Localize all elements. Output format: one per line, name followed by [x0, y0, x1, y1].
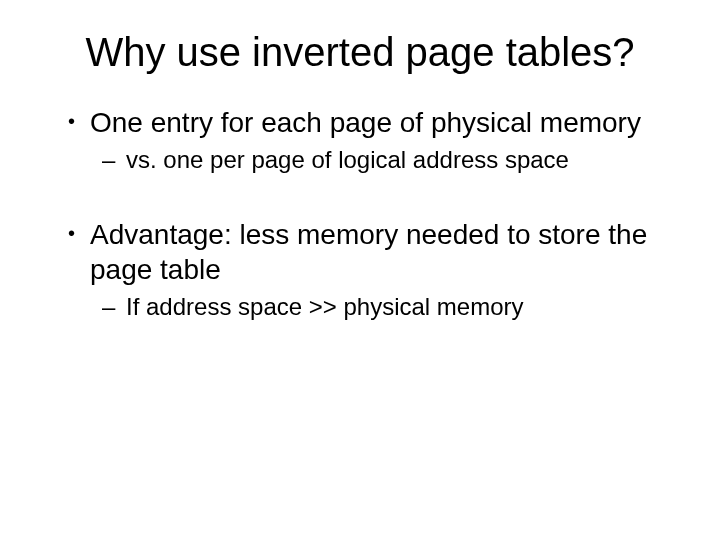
slide-title: Why use inverted page tables?: [60, 30, 660, 75]
sub-bullet-text: If address space >> physical memory: [126, 293, 524, 320]
bullet-item: One entry for each page of physical memo…: [60, 105, 660, 175]
slide: Why use inverted page tables? One entry …: [0, 0, 720, 540]
sub-bullet-list: vs. one per page of logical address spac…: [90, 144, 660, 175]
bullet-list: One entry for each page of physical memo…: [60, 105, 660, 175]
sub-bullet-text: vs. one per page of logical address spac…: [126, 146, 569, 173]
sub-bullet-item: If address space >> physical memory: [90, 291, 660, 322]
bullet-list: Advantage: less memory needed to store t…: [60, 217, 660, 322]
sub-bullet-list: If address space >> physical memory: [90, 291, 660, 322]
bullet-text: Advantage: less memory needed to store t…: [90, 219, 647, 285]
bullet-item: Advantage: less memory needed to store t…: [60, 217, 660, 322]
sub-bullet-item: vs. one per page of logical address spac…: [90, 144, 660, 175]
spacer: [60, 181, 660, 217]
bullet-text: One entry for each page of physical memo…: [90, 107, 641, 138]
